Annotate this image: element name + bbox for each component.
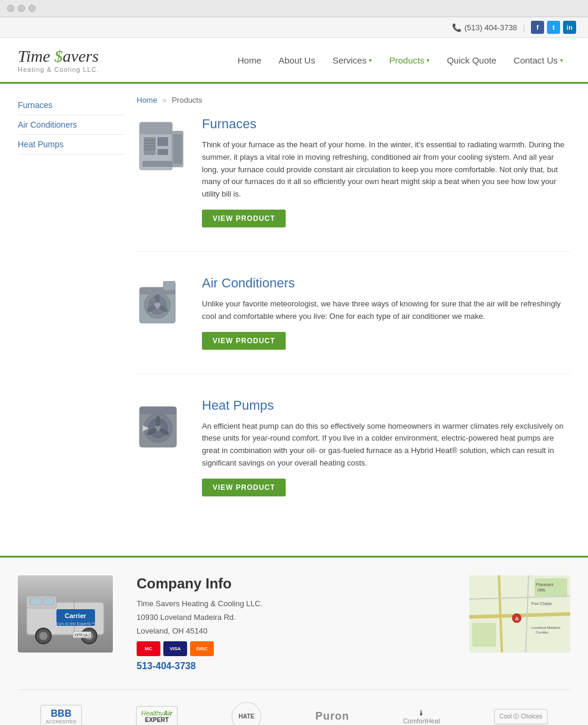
svg-rect-50	[472, 623, 496, 647]
breadcrumb-current: Products	[172, 96, 202, 105]
product-section-hp: ▶ Heat Pumps An efficient heat pump can …	[137, 398, 570, 520]
footer-company-info: Company Info Time Savers Heating & Cooli…	[137, 575, 451, 672]
svg-rect-49	[535, 578, 567, 596]
phone-icon: 📞	[452, 23, 461, 32]
svg-text:XPR1AJ: XPR1AJ	[74, 633, 90, 637]
svg-point-39	[39, 632, 48, 640]
ac-view-product-button[interactable]: VIEW PRODUCT	[202, 332, 286, 350]
sidebar-link-furnaces[interactable]: Furnaces	[18, 96, 125, 115]
main-nav: Home About Us Services ▾ Products ▾ Quic…	[230, 50, 570, 70]
furnaces-title: Furnaces	[202, 116, 570, 132]
company-address-2: Loveland, OH 45140	[137, 626, 451, 635]
twitter-icon[interactable]: t	[547, 21, 560, 34]
site-footer: Carrier Turn to the Experts™ XPR1AJ	[0, 556, 588, 725]
browser-dot-close[interactable]	[7, 5, 14, 12]
ac-title: Air Conditioners	[202, 276, 570, 291]
company-name: Time Savers Heating & Cooling LLC.	[137, 599, 451, 608]
discover-icon: DISC	[190, 641, 214, 656]
company-info-title: Company Info	[137, 575, 451, 592]
sidebar-link-air-conditioners[interactable]: Air Conditioners	[18, 115, 125, 135]
hp-view-product-button[interactable]: VIEW PRODUCT	[202, 479, 286, 496]
cool-choices-logo: Cool Ⓒ Choices	[494, 709, 548, 724]
svg-point-25	[156, 416, 160, 426]
logo-avers: avers	[62, 47, 99, 65]
healthy-air-logo: HealthyAir EXPERT	[136, 706, 178, 725]
hate-logo: HATE	[232, 702, 261, 725]
svg-text:Hills: Hills	[538, 588, 546, 592]
browser-chrome	[0, 0, 588, 17]
svg-text:Corridor: Corridor	[536, 631, 549, 634]
svg-text:Fox Chase: Fox Chase	[532, 601, 552, 606]
furnaces-desc: Think of your furnace as the heart of yo…	[202, 139, 570, 201]
logo-area[interactable]: Time $avers Heating & Cooling LLC.	[18, 47, 99, 73]
svg-point-16	[155, 293, 160, 303]
mastercard-icon: MC	[137, 641, 160, 656]
footer-top: Carrier Turn to the Experts™ XPR1AJ	[18, 575, 570, 672]
logo-text: Time $avers	[18, 47, 99, 66]
sidebar-link-heat-pumps[interactable]: Heat Pumps	[18, 135, 125, 154]
main-content: Home » Products	[137, 96, 570, 544]
svg-rect-4	[157, 149, 168, 155]
facebook-icon[interactable]: f	[531, 21, 544, 34]
site-header: Time $avers Heating & Cooling LLC. Home …	[0, 38, 588, 84]
company-address-1: 10930 Loveland Madeira Rd.	[137, 613, 451, 622]
nav-about[interactable]: About Us	[271, 50, 323, 70]
svg-rect-1	[140, 122, 172, 134]
breadcrumb-home[interactable]: Home	[137, 96, 157, 105]
nav-home[interactable]: Home	[230, 50, 268, 70]
nav-products[interactable]: Products ▾	[382, 50, 437, 70]
topbar-divider: |	[523, 23, 525, 32]
van-image: Carrier Turn to the Experts™ XPR1AJ	[18, 575, 113, 653]
furnace-image	[137, 116, 190, 227]
breadcrumb-separator: »	[162, 96, 166, 105]
services-dropdown-arrow: ▾	[369, 57, 372, 64]
linkedin-icon[interactable]: in	[563, 21, 576, 34]
phone-number: (513) 404-3738	[464, 23, 517, 32]
content-wrapper: Furnaces Air Conditioners Heat Pumps Hom…	[0, 84, 588, 556]
svg-text:Pheasant: Pheasant	[536, 582, 554, 587]
svg-rect-20	[163, 281, 175, 290]
ac-image	[137, 276, 190, 350]
hp-image: ▶	[137, 398, 190, 496]
hp-svg: ▶	[137, 401, 184, 454]
product-section-furnaces: Furnaces Think of your furnace as the he…	[137, 116, 570, 252]
logo-dollar: $	[54, 47, 62, 65]
footer-map[interactable]: Pheasant Hills Fox Chase Loveland-Madeir…	[469, 575, 570, 672]
svg-rect-5	[143, 161, 172, 167]
furnace-svg	[137, 119, 184, 176]
hp-title: Heat Pumps	[202, 398, 570, 413]
svg-text:▶: ▶	[143, 423, 149, 432]
puron-logo: Puron	[315, 710, 349, 723]
map-svg: Pheasant Hills Fox Chase Loveland-Madeir…	[469, 575, 570, 653]
browser-dot-minimize[interactable]	[18, 5, 25, 12]
top-bar: 📞 (513) 404-3738 | f t in	[0, 17, 588, 38]
company-phone[interactable]: 513-404-3738	[137, 661, 451, 672]
ac-desc: Unlike your favorite meteorologist, we h…	[202, 298, 570, 323]
furnaces-view-product-button[interactable]: VIEW PRODUCT	[202, 210, 286, 227]
sidebar: Furnaces Air Conditioners Heat Pumps	[18, 96, 137, 544]
product-section-ac: Air Conditioners Unlike your favorite me…	[137, 276, 570, 374]
hp-desc: An efficient heat pump can do this so ef…	[202, 420, 570, 470]
products-dropdown-arrow: ▾	[426, 57, 429, 64]
logo-time: Time	[18, 47, 54, 65]
nav-services[interactable]: Services ▾	[325, 50, 380, 70]
hp-info: Heat Pumps An efficient heat pump can do…	[202, 398, 570, 496]
nav-quick-quote[interactable]: Quick Quote	[440, 50, 503, 70]
svg-rect-3	[157, 137, 168, 146]
bbb-logo: BBB ACCREDITED	[40, 705, 82, 725]
svg-rect-33	[43, 598, 54, 605]
nav-contact[interactable]: Contact Us ▾	[507, 50, 570, 70]
svg-text:Loveland-Madeira: Loveland-Madeira	[532, 626, 561, 629]
comfortheat-logo: 🌡ComfortHeat	[403, 708, 440, 724]
social-icons: f t in	[531, 21, 576, 34]
payment-icons: MC VISA DISC	[137, 641, 451, 656]
svg-text:A: A	[515, 616, 519, 622]
ac-info: Air Conditioners Unlike your favorite me…	[202, 276, 570, 350]
carrier-van-svg: Carrier Turn to the Experts™ XPR1AJ	[21, 578, 110, 650]
footer-van: Carrier Turn to the Experts™ XPR1AJ	[18, 575, 119, 672]
topbar-phone: 📞 (513) 404-3738	[452, 23, 517, 32]
furnaces-info: Furnaces Think of your furnace as the he…	[202, 116, 570, 227]
contact-dropdown-arrow: ▾	[560, 57, 563, 64]
svg-rect-32	[30, 598, 42, 605]
browser-dot-expand[interactable]	[29, 5, 36, 12]
